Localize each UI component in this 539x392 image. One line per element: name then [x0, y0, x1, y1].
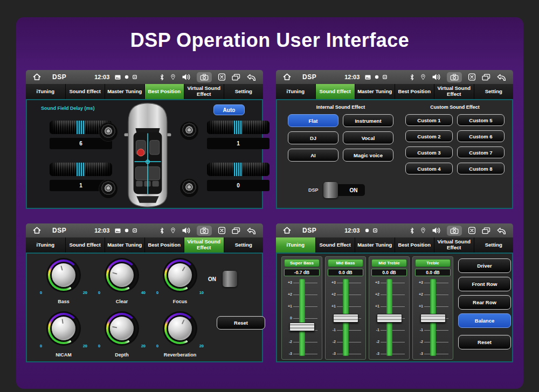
band-name: Treble — [415, 259, 451, 267]
camera-icon[interactable] — [197, 72, 212, 82]
tab-virtual-sound-effect[interactable]: Virtual Sound Effect — [184, 84, 224, 99]
eq-slider[interactable]: +3 +2 +1 0 -1 -2 -3 — [328, 277, 363, 358]
close-app-icon[interactable] — [218, 73, 226, 81]
knob-clear[interactable]: 0 40 Clear — [93, 257, 151, 307]
tab-setting[interactable]: Setting — [474, 237, 514, 253]
driver-button[interactable]: Driver — [458, 258, 511, 273]
tab-setting[interactable]: Setting — [224, 237, 264, 253]
rear-row-button[interactable]: Rear Row — [458, 295, 511, 310]
volume-icon[interactable] — [432, 227, 441, 234]
home-icon[interactable] — [32, 73, 42, 81]
car-top-view — [122, 102, 174, 208]
back-icon[interactable] — [246, 227, 257, 234]
effect-dj-button[interactable]: DJ — [288, 131, 338, 144]
knob-focus[interactable]: 0 10 Focus — [151, 257, 209, 307]
eq-slider[interactable]: +3 +2 +1 0 -1 -2 -3 — [284, 277, 320, 358]
tab-sound-effect[interactable]: Sound Effect — [66, 237, 106, 253]
back-icon[interactable] — [496, 227, 507, 234]
recent-apps-icon[interactable] — [232, 227, 240, 234]
tab-master-tuning[interactable]: Master Tuning — [105, 237, 145, 253]
recent-apps-icon[interactable] — [482, 227, 490, 234]
tab-best-position[interactable]: Best Position — [145, 84, 185, 99]
tab-virtual-sound-effect[interactable]: Virtual Sound Effect — [434, 84, 474, 99]
back-icon[interactable] — [496, 74, 507, 81]
app-title: DSP — [52, 73, 66, 81]
volume-icon[interactable] — [432, 73, 441, 81]
tab-setting[interactable]: Setting — [474, 84, 514, 99]
tab-master-tuning[interactable]: Master Tuning — [355, 237, 395, 253]
custom-4-button[interactable]: Custom 4 — [405, 163, 453, 174]
volume-icon[interactable] — [182, 227, 191, 234]
recent-apps-icon[interactable] — [482, 74, 490, 81]
effect-ai-button[interactable]: AI — [288, 149, 338, 162]
location-icon — [420, 74, 426, 80]
home-icon[interactable] — [282, 73, 292, 81]
tab-best-position[interactable]: Best Position — [395, 84, 435, 99]
tab-sound-effect[interactable]: Sound Effect — [66, 84, 106, 99]
status-bar: DSP 12:03 — [276, 70, 513, 84]
reset-button[interactable]: Reset — [458, 335, 511, 349]
camera-icon[interactable] — [447, 226, 462, 236]
effect-instrument-button[interactable]: Instrument — [343, 114, 393, 127]
dsp-toggle[interactable]: ON — [324, 184, 365, 196]
custom-7-button[interactable]: Custom 7 — [457, 146, 505, 158]
panel-virtual-sound-effect: DSP 12:03 iTuning — [26, 223, 263, 362]
stop-square-icon — [373, 228, 377, 233]
tab-ituning[interactable]: iTuning — [276, 237, 316, 253]
delay-roller-front-right[interactable] — [207, 121, 270, 134]
custom-2-button[interactable]: Custom 2 — [405, 130, 453, 142]
delay-roller-rear-right[interactable] — [207, 163, 270, 176]
tab-best-position[interactable]: Best Position — [145, 237, 185, 253]
home-icon[interactable] — [32, 226, 42, 235]
custom-6-button[interactable]: Custom 6 — [457, 130, 505, 142]
custom-8-button[interactable]: Custom 8 — [457, 163, 505, 174]
recent-apps-icon[interactable] — [232, 74, 240, 81]
volume-icon[interactable] — [182, 73, 191, 81]
tab-master-tuning[interactable]: Master Tuning — [105, 84, 145, 99]
tab-master-tuning[interactable]: Master Tuning — [355, 84, 395, 99]
knob-bass[interactable]: 0 20 Bass — [34, 257, 93, 307]
tab-ituning[interactable]: iTuning — [26, 237, 66, 253]
custom-3-button[interactable]: Custom 3 — [405, 146, 453, 158]
knob-reverberation[interactable]: 0 20 Reverberation — [151, 310, 209, 360]
eq-slider[interactable]: +3 +2 +1 0 -1 -2 -3 — [415, 277, 451, 358]
tab-virtual-sound-effect[interactable]: Virtual Sound Effect — [434, 237, 474, 253]
eq-slider[interactable]: +3 +2 +1 0 -1 -2 -3 — [371, 277, 407, 358]
tab-virtual-sound-effect[interactable]: Virtual Sound Effect — [184, 237, 224, 253]
delay-roller-rear-left[interactable] — [50, 163, 112, 176]
close-app-icon[interactable] — [468, 73, 476, 81]
home-icon[interactable] — [282, 226, 292, 235]
custom-1-button[interactable]: Custom 1 — [405, 114, 453, 126]
effect-vocal-button[interactable]: Vocal — [343, 131, 393, 144]
knob-depth[interactable]: 0 20 Depth — [93, 310, 151, 360]
auto-button[interactable]: Auto — [213, 104, 245, 115]
effect-flat-button[interactable]: Flat — [288, 114, 338, 127]
clock: 12:03 — [344, 227, 360, 234]
purple-board: DSP Operation User Interface DSP 12:03 — [16, 17, 523, 389]
slider-handle[interactable] — [333, 314, 358, 323]
reset-button[interactable]: Reset — [217, 316, 265, 330]
page: DSP Operation User Interface DSP 12:03 — [0, 0, 539, 392]
custom-5-button[interactable]: Custom 5 — [457, 114, 505, 126]
close-app-icon[interactable] — [218, 227, 226, 234]
back-icon[interactable] — [246, 74, 257, 81]
tab-ituning[interactable]: iTuning — [26, 84, 66, 99]
slider-handle[interactable] — [289, 323, 315, 331]
close-app-icon[interactable] — [468, 227, 476, 234]
bluetooth-icon — [160, 74, 164, 81]
camera-icon[interactable] — [447, 72, 462, 82]
balance-button[interactable]: Balance — [458, 313, 511, 328]
camera-icon[interactable] — [197, 226, 212, 236]
front-row-button[interactable]: Front Row — [458, 277, 511, 291]
tab-sound-effect[interactable]: Sound Effect — [316, 84, 356, 99]
custom-sound-effect-title: Custom Sound Effect — [405, 104, 505, 110]
tab-sound-effect[interactable]: Sound Effect — [316, 237, 356, 253]
slider-handle[interactable] — [420, 314, 446, 323]
tab-setting[interactable]: Setting — [224, 84, 264, 99]
tab-best-position[interactable]: Best Position — [395, 237, 435, 253]
tab-ituning[interactable]: iTuning — [276, 84, 316, 99]
eq-band-super-bass: Super Bass -0.7 dB +3 +2 +1 0 -1 -2 -3 — [281, 256, 322, 360]
effect-magic-voice-button[interactable]: Magic voice — [343, 149, 393, 162]
knob-nicam[interactable]: 0 20 NICAM — [34, 310, 93, 360]
slider-handle[interactable] — [377, 314, 402, 323]
